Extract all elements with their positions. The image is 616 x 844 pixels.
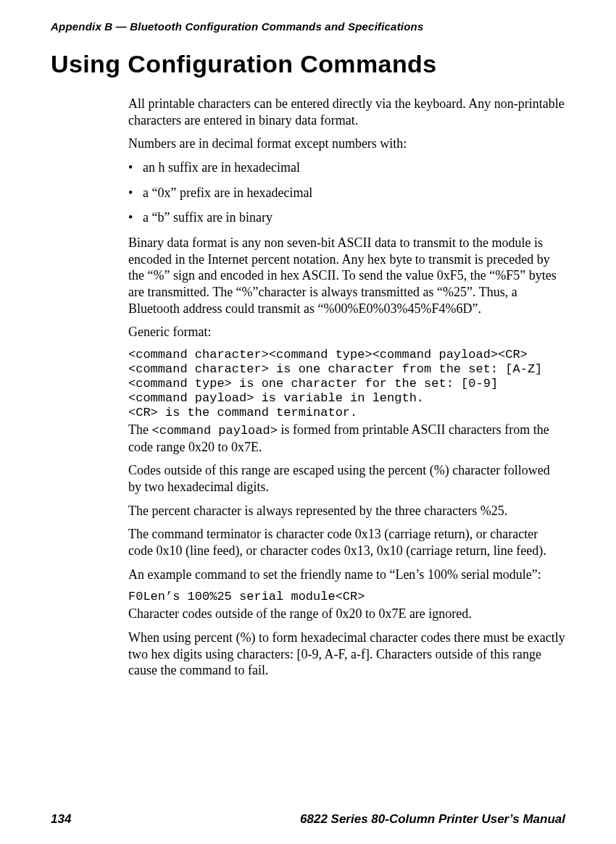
bullet-dot: • [128,209,143,226]
body-column: All printable characters can be entered … [128,96,565,679]
para-binary-format: Binary data format is any non seven-bit … [128,235,565,317]
page-title: Using Configuration Commands [51,50,565,78]
bullet-dot: • [128,159,143,176]
list-item: •an h suffix are in hexadecimal [128,159,565,176]
bullet-dot: • [128,185,143,201]
bullet-text: a “b” suffix are in binary [143,209,272,226]
bullet-text: a “0x” prefix are in hexadecimal [143,185,312,201]
para-intro-2: Numbers are in decimal format except num… [128,135,565,152]
para-terminator: The command terminator is character code… [128,526,565,559]
para-escape: Codes outside of this range are escaped … [128,462,565,495]
bullet-text: an h suffix are in hexadecimal [143,159,300,176]
code-generic-format: <command character><command type><comman… [128,348,565,420]
page-footer: 134 6822 Series 80-Column Printer User’s… [0,812,616,827]
para-percent25: The percent character is always represen… [128,503,565,519]
para-payload-text-a: The [128,422,151,437]
para-example-label: An example command to set the friendly n… [128,567,565,583]
list-item: •a “b” suffix are in binary [128,209,565,226]
inline-code-payload: <command payload> [151,424,277,438]
para-generic-format-label: Generic format: [128,324,565,340]
bullet-list: •an h suffix are in hexadecimal •a “0x” … [128,159,565,226]
running-head: Appendix B — Bluetooth Configuration Com… [51,20,565,33]
page-number: 134 [51,812,71,827]
para-payload: The <command payload> is formed from pri… [128,422,565,455]
code-example: F0Len’s 100%25 serial module<CR> [128,590,565,604]
para-ignored: Character codes outside of the range of … [128,606,565,622]
para-hexdigits: When using percent (%) to form hexadecim… [128,630,565,679]
list-item: •a “0x” prefix are in hexadecimal [128,185,565,201]
book-title: 6822 Series 80-Column Printer User’s Man… [300,812,565,827]
para-intro-1: All printable characters can be entered … [128,96,565,128]
